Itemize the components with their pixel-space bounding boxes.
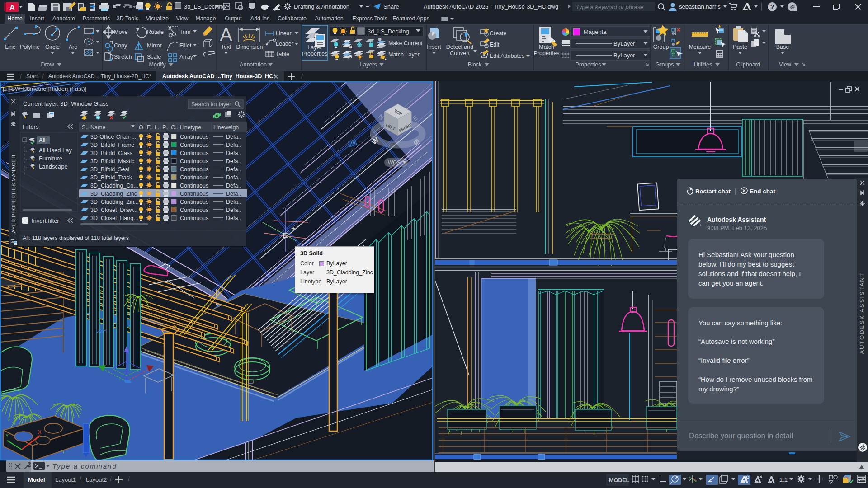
svg-text:3D_Bifold_Frame: 3D_Bifold_Frame (90, 142, 134, 148)
svg-text:3D_Bifold_Seal: 3D_Bifold_Seal (90, 166, 129, 173)
svg-text:Insert: Insert (427, 44, 441, 50)
svg-text:Dimension: Dimension (236, 44, 263, 50)
svg-text:3D_Closet_Hang...: 3D_Closet_Hang... (90, 215, 138, 221)
svg-text:Arc: Arc (69, 44, 77, 50)
svg-text:Paste: Paste (733, 44, 747, 50)
svg-text:Measure: Measure (689, 44, 711, 50)
svg-text:Utilities: Utilities (694, 61, 712, 68)
svg-text:Defa..: Defa.. (226, 174, 241, 181)
svg-text:Groups: Groups (656, 61, 674, 68)
svg-text:Properties: Properties (302, 51, 328, 57)
svg-text:Draw: Draw (41, 61, 54, 68)
svg-text:Fillet: Fillet (179, 42, 192, 49)
svg-text:Defa..: Defa.. (226, 199, 241, 205)
svg-text:Defa..: Defa.. (226, 183, 241, 189)
svg-text:Continuous: Continuous (180, 207, 208, 213)
svg-text:Base: Base (776, 44, 789, 50)
svg-text:Continuous: Continuous (180, 215, 208, 221)
svg-text:Modify: Modify (149, 61, 166, 68)
svg-text:Rotate: Rotate (147, 29, 164, 35)
svg-text:Block: Block (468, 61, 482, 68)
svg-text:3D_Cladding_Zinc: 3D_Cladding_Zinc (90, 191, 137, 197)
svg-text:Mirror: Mirror (147, 42, 162, 49)
svg-text:Circle: Circle (45, 44, 60, 50)
svg-text:Continuous: Continuous (180, 158, 208, 164)
svg-text:Make Current: Make Current (388, 40, 423, 47)
svg-text:Match: Match (539, 44, 554, 50)
svg-text:Continuous: Continuous (180, 142, 208, 148)
svg-text:Defa..: Defa.. (226, 150, 241, 156)
svg-text:Polyline: Polyline (20, 44, 40, 50)
svg-text:Continuous: Continuous (180, 199, 208, 205)
svg-text:Properties: Properties (534, 50, 559, 56)
svg-text:Create: Create (490, 30, 507, 37)
svg-text:Line: Line (5, 44, 16, 50)
svg-text:Continuous: Continuous (180, 150, 208, 156)
svg-text:Continuous: Continuous (180, 166, 208, 173)
svg-text:3D_Cladding_Co...: 3D_Cladding_Co... (90, 183, 138, 189)
svg-text:Annotation: Annotation (240, 61, 267, 68)
svg-text:Defa..: Defa.. (226, 134, 241, 140)
svg-text:Convert: Convert (450, 50, 470, 56)
svg-text:Group: Group (653, 44, 669, 50)
svg-text:Copy: Copy (114, 42, 127, 49)
svg-text:Defa..: Defa.. (226, 158, 241, 164)
svg-text:Y: Y (5, 433, 9, 438)
svg-text:3D_Bifold_Mastic: 3D_Bifold_Mastic (90, 158, 134, 164)
svg-text:Properties: Properties (576, 61, 601, 68)
svg-text:Text: Text (221, 44, 231, 50)
svg-text:ByLayer: ByLayer (613, 52, 635, 59)
svg-text:Defa..: Defa.. (226, 215, 241, 221)
svg-text:Layers: Layers (360, 61, 377, 68)
svg-text:X: X (38, 429, 42, 435)
svg-text:LAYER PROPERTIES MANAGER: LAYER PROPERTIES MANAGER (11, 155, 16, 236)
svg-text:Linear: Linear (276, 30, 292, 37)
svg-text:A: A (9, 4, 15, 11)
svg-text:3d_LS_Decking: 3d_LS_Decking (368, 28, 409, 35)
svg-text:Continuous: Continuous (180, 183, 208, 189)
svg-text:Trim: Trim (179, 29, 191, 35)
svg-text:ByLayer: ByLayer (613, 40, 635, 47)
svg-text:Defa..: Defa.. (226, 191, 241, 197)
svg-text:Array: Array (179, 54, 193, 60)
svg-text:Defa..: Defa.. (226, 142, 241, 148)
svg-text:Edit Attributes: Edit Attributes (490, 53, 524, 59)
svg-text:1:1: 1:1 (779, 476, 788, 483)
svg-text:Match Layer: Match Layer (388, 52, 420, 58)
svg-text:3D-Office-Chair-...: 3D-Office-Chair-... (90, 134, 136, 140)
svg-text:WCS: WCS (388, 160, 401, 166)
svg-text:Stretch: Stretch (114, 54, 132, 60)
svg-text:3D_Cladding_Zin...: 3D_Cladding_Zin... (90, 199, 139, 205)
svg-text:3D_Bifold_Glass: 3D_Bifold_Glass (90, 150, 132, 156)
svg-text:3D_Closet_Draw...: 3D_Closet_Draw... (90, 207, 137, 213)
svg-text:Defa..: Defa.. (226, 207, 241, 213)
svg-text:Magenta: Magenta (584, 28, 607, 35)
svg-text:Layer: Layer (307, 44, 321, 51)
svg-text:Clipboard: Clipboard (736, 61, 760, 68)
svg-text:Defa..: Defa.. (226, 166, 241, 173)
svg-text:View: View (779, 61, 792, 68)
svg-text:Continuous: Continuous (180, 134, 208, 140)
svg-text:Move: Move (114, 29, 128, 35)
svg-text:AUTODESK ASSISTANT: AUTODESK ASSISTANT (859, 272, 865, 354)
svg-text:Table: Table (276, 51, 289, 57)
svg-text:Leader: Leader (276, 41, 293, 47)
svg-text:Continuous: Continuous (180, 174, 208, 181)
svg-text:Continuous: Continuous (180, 191, 208, 197)
svg-text:A: A (220, 24, 232, 45)
svg-text:Scale: Scale (147, 54, 161, 60)
svg-text:Edit: Edit (490, 42, 500, 48)
svg-text:Detect and: Detect and (446, 44, 474, 50)
svg-text:?: ? (770, 3, 774, 10)
svg-text:3D_Bifold_Track: 3D_Bifold_Track (90, 174, 132, 181)
